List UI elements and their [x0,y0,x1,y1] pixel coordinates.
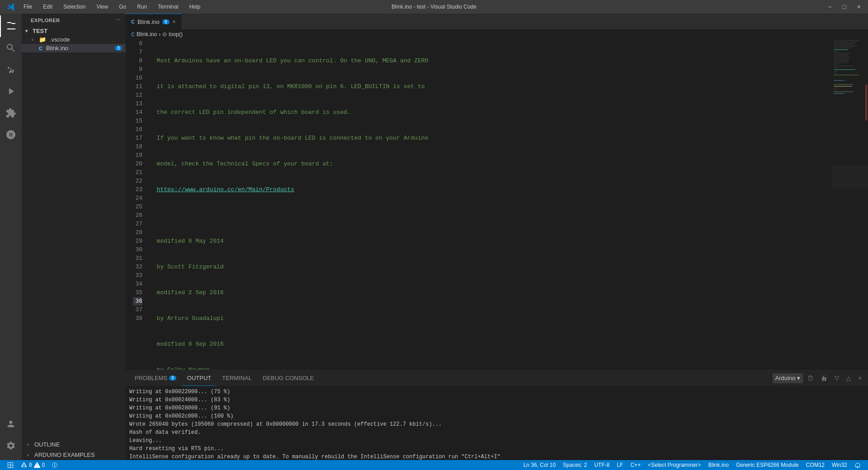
arduino-examples-section[interactable]: › ARDUINO EXAMPLES [22,450,126,460]
line-numbers: 6 7 8 9 10 11 12 13 14 15 16 17 18 19 [126,39,146,370]
panel-controls: Arduino ▾ ▽ △ × [773,373,864,384]
output-line: Hash of data verified. [129,428,864,437]
problems-badge: 8 [115,46,122,51]
code-editor[interactable]: 6 7 8 9 10 11 12 13 14 15 16 17 18 19 [126,39,832,370]
sidebar-title: Explorer [31,18,60,23]
tree-item-filename: Blink.ino [46,45,68,52]
status-platform[interactable]: Win32 [828,460,851,470]
breadcrumb: C Blink.ino › ⊙ loop() [126,29,868,39]
output-line: Wrote 265040 bytes (195060 compressed) a… [129,420,864,428]
menu-help[interactable]: Help [188,3,203,11]
title-bar: File Edit Selection View Go Run Terminal… [0,0,868,14]
tree-root-test[interactable]: ▾ TEST [22,27,126,35]
port-label: COM12 [806,462,825,468]
tab-terminal[interactable]: TERMINAL [217,370,257,386]
status-spaces[interactable]: Spaces: 2 [559,460,590,470]
status-info[interactable] [48,460,61,470]
menu-edit[interactable]: Edit [41,3,54,11]
status-cursor-position[interactable]: Ln 36, Col 10 [520,460,559,470]
status-sketch[interactable]: Blink.ino [705,460,732,470]
warnings-count: 0 [42,462,45,468]
status-notifications[interactable] [851,460,864,470]
output-line: Writing at 0x00028000... (91 %) [129,404,864,412]
menu-go[interactable]: Go [117,3,128,11]
minimize-button[interactable]: − [825,2,834,11]
status-language[interactable]: C++ [627,460,644,470]
breadcrumb-file[interactable]: Blink.ino [137,31,157,38]
arduino-output-dropdown[interactable]: Arduino ▾ [773,373,803,383]
main-layout: Explorer ⋯ ▾ TEST › 📁 .vscode C Blink.in… [0,14,868,460]
menu-file[interactable]: File [22,3,34,11]
sidebar-header-icons[interactable]: ⋯ [115,17,121,23]
account-icon[interactable] [0,413,22,435]
maximize-button[interactable]: □ [840,2,849,11]
status-port[interactable]: COM12 [802,460,828,470]
breadcrumb-function[interactable]: loop() [169,31,183,38]
code-content: Most Arduinos have an on-board LED you c… [146,39,832,370]
panel-tabs: PROBLEMS 8 OUTPUT TERMINAL DEBUG CONSOLE [126,370,868,386]
tab-output[interactable]: OUTPUT [182,370,217,386]
close-button[interactable]: × [854,2,863,11]
debug-console-tab-label: DEBUG CONSOLE [263,375,314,381]
breadcrumb-file-icon: C [131,32,135,37]
editor-container: 6 7 8 9 10 11 12 13 14 15 16 17 18 19 [126,39,868,370]
tab-close-icon[interactable]: × [172,18,176,25]
status-line-ending[interactable]: LF [613,460,627,470]
output-line: Hard resetting via RTS pin... [129,445,864,453]
sketch-label: Blink.ino [708,462,729,468]
title-bar-left: File Edit Selection View Go Run Terminal… [5,0,202,14]
tab-blink-ino[interactable]: C Blink.ino 8 × [126,14,182,29]
tree-item-vscode[interactable]: › 📁 .vscode [22,35,126,44]
window-controls[interactable]: − □ × [825,2,863,11]
examples-arrow: › [27,452,33,457]
status-right: Ln 36, Col 10 Spaces: 2 UTF-8 LF C++ <Se… [520,460,864,470]
tab-problems[interactable]: PROBLEMS 8 [129,370,182,386]
panel-lock-icon[interactable] [818,373,830,384]
folder-arrow: › [32,37,37,42]
status-errors[interactable]: 8 0 [17,460,48,470]
menu-selection[interactable]: Selection [61,3,87,11]
search-icon[interactable] [0,37,22,59]
panel-clear-icon[interactable] [805,373,816,384]
tab-debug-console[interactable]: DEBUG CONSOLE [257,370,319,386]
errors-count: 8 [29,462,32,468]
outline-section[interactable]: › OUTLINE [22,439,126,450]
status-board[interactable]: Generic ESP8266 Module [732,460,802,470]
tab-file-icon: C [131,19,135,24]
menu-terminal[interactable]: Terminal [156,3,180,11]
sidebar: Explorer ⋯ ▾ TEST › 📁 .vscode C Blink.in… [22,14,126,460]
line-ending-label: LF [617,462,623,468]
sidebar-more-icon[interactable]: ⋯ [115,17,121,23]
panel-close-icon[interactable]: × [855,373,864,383]
run-debug-icon[interactable] [0,80,22,102]
minimap[interactable] [832,39,868,370]
board-label: Generic ESP8266 Module [736,462,799,468]
problems-count-badge: 8 [169,376,176,381]
sidebar-header: Explorer ⋯ [22,14,126,27]
extensions-icon[interactable] [0,102,22,124]
tree-item-label: .vscode [50,36,70,43]
arduino-examples-label: ARDUINO EXAMPLES [34,451,95,458]
settings-gear-icon[interactable] [0,435,22,456]
source-control-icon[interactable] [0,59,22,80]
panel-output-content: Writing at 0x00022000... (75 %) Writing … [126,386,868,460]
menu-view[interactable]: View [94,3,110,11]
menu-bar[interactable]: File Edit Selection View Go Run Terminal… [22,3,202,11]
output-line: IntelliSense configuration already up to… [129,453,864,460]
status-programmer[interactable]: <Select Programmer> [644,460,704,470]
spaces-label: Spaces: 2 [563,462,587,468]
folder-icon: 📁 [39,36,46,43]
arduino-board-icon[interactable] [0,124,22,146]
arduino-dropdown-label: Arduino [775,375,796,381]
terminal-tab-label: TERMINAL [222,375,252,381]
content-area: C Blink.ino 8 × C Blink.ino › ⊙ loop() 6… [126,14,868,460]
tree-item-blink[interactable]: C Blink.ino 8 [22,44,126,52]
status-encoding[interactable]: UTF-8 [590,460,613,470]
panel-maximize-icon[interactable]: △ [844,373,854,383]
explorer-icon[interactable] [0,15,22,37]
panel-minimize-icon[interactable]: ▽ [832,373,842,383]
platform-label: Win32 [832,462,847,468]
status-remote[interactable] [4,460,17,470]
tree-root-label: TEST [33,28,47,34]
menu-run[interactable]: Run [135,3,149,11]
